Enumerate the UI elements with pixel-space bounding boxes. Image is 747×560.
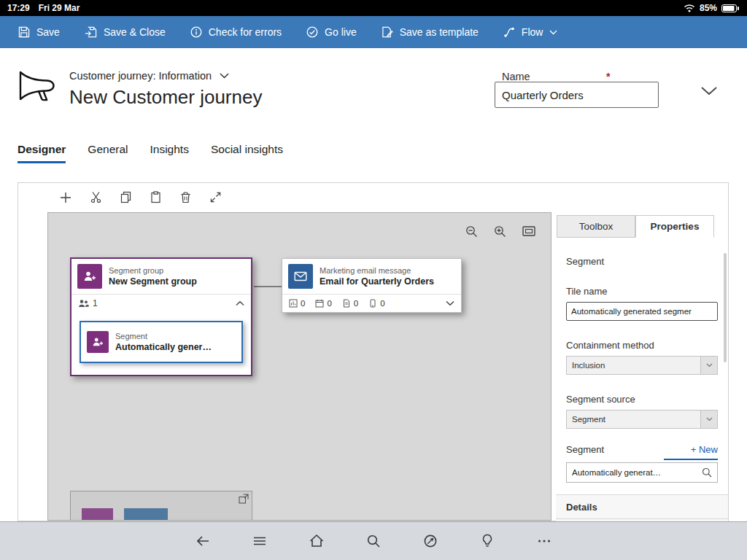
check-for-errors-button[interactable]: Check for errors	[178, 16, 294, 48]
flow-label: Flow	[522, 26, 543, 38]
tile-title: Automatically gener…	[115, 342, 212, 352]
cut-icon[interactable]	[90, 191, 102, 204]
form-tabs: Designer General Insights Social insight…	[18, 143, 283, 163]
designer-surface: Segment group New Segment group 1	[18, 182, 729, 521]
containment-method-dropdown[interactable]: Inclusion	[566, 356, 718, 375]
record-header: Customer journey: Information New Custom…	[0, 48, 747, 134]
record-type-selector[interactable]: Customer journey: Information	[69, 70, 229, 82]
segment-group-footer: 1	[71, 294, 251, 312]
segment-lookup-field[interactable]	[566, 462, 718, 483]
copy-icon[interactable]	[120, 191, 132, 204]
tab-insights[interactable]: Insights	[150, 143, 189, 163]
save-and-close-button[interactable]: Save & Close	[72, 16, 178, 48]
counter-device: 0	[368, 299, 384, 308]
chevron-down-icon	[549, 30, 557, 35]
segment-icon	[87, 331, 109, 353]
segment-group-texts: Segment group New Segment group	[109, 266, 197, 287]
segment-field-row: Segment + New	[566, 444, 718, 455]
go-live-label: Go live	[325, 26, 357, 38]
tab-properties[interactable]: Properties	[635, 215, 714, 238]
tab-toolbox[interactable]: Toolbox	[557, 215, 635, 238]
segment-group-tile-header: Segment group New Segment group	[71, 259, 251, 294]
tab-general[interactable]: General	[88, 143, 128, 163]
status-left: 17:29 Fri 29 Mar	[7, 3, 80, 13]
minimap[interactable]	[70, 491, 252, 521]
add-tile-icon[interactable]	[59, 191, 72, 204]
email-tile-texts: Marketing email message Email for Quarte…	[320, 266, 434, 287]
ipad-nav-bar	[0, 521, 747, 560]
counter-page: 0	[342, 299, 358, 308]
segment-tile[interactable]: Segment Automatically gener…	[80, 321, 243, 363]
segment-source-label: Segment source	[566, 394, 718, 405]
lightbulb-icon[interactable]	[479, 533, 495, 549]
zoom-controls	[465, 225, 536, 238]
flow-menu-button[interactable]: Flow	[491, 16, 570, 48]
minimap-email-rect	[124, 508, 168, 521]
segment-tile-texts: Segment Automatically gener…	[115, 332, 212, 352]
segment-tile-header: Segment Automatically gener…	[81, 322, 241, 362]
counter-value: 0	[380, 299, 384, 308]
save-and-close-label: Save & Close	[104, 26, 166, 38]
save-template-icon	[382, 26, 393, 38]
collapse-group-chevron-up-icon[interactable]	[236, 300, 244, 306]
properties-section-title: Segment	[566, 256, 718, 267]
new-link-underline	[664, 459, 718, 460]
wifi-icon	[684, 4, 695, 12]
people-icon	[78, 299, 89, 308]
paste-icon[interactable]	[150, 191, 162, 204]
delete-icon[interactable]	[179, 191, 192, 204]
segment-group-tile[interactable]: Segment group New Segment group 1	[70, 257, 252, 376]
containment-method-value: Inclusion	[567, 357, 700, 374]
counter-stats: 0	[289, 299, 305, 308]
segment-source-value: Segment	[567, 411, 700, 428]
connector-line	[254, 286, 282, 287]
name-field-label: Name	[502, 71, 530, 82]
go-live-button[interactable]: Go live	[294, 16, 369, 48]
status-right: 85%	[684, 3, 740, 13]
tab-designer[interactable]: Designer	[18, 143, 66, 163]
email-tile-header: Marketing email message Email for Quarte…	[282, 259, 461, 294]
save-close-icon	[85, 26, 97, 38]
dropdown-chevron-icon	[700, 357, 717, 374]
expand-tile-chevron-down-icon[interactable]	[446, 300, 454, 306]
search-icon[interactable]	[702, 467, 712, 478]
details-title: Details	[566, 495, 718, 518]
megaphone-icon	[15, 69, 60, 104]
back-arrow-icon[interactable]	[195, 533, 211, 549]
page-title: New Customer journey	[69, 86, 262, 109]
record-type-label: Customer journey: Information	[69, 70, 212, 82]
segment-source-dropdown[interactable]: Segment	[566, 410, 718, 429]
save-label: Save	[36, 26, 60, 38]
compass-icon[interactable]	[422, 533, 438, 549]
save-as-template-button[interactable]: Save as template	[369, 16, 491, 48]
segment-lookup-input[interactable]	[572, 468, 698, 477]
zoom-in-icon[interactable]	[494, 225, 506, 238]
more-ellipsis-icon[interactable]	[536, 533, 552, 549]
segment-group-children: Segment Automatically gener…	[71, 312, 251, 375]
search-icon[interactable]	[365, 533, 382, 549]
zoom-out-icon[interactable]	[465, 225, 478, 238]
save-icon	[18, 26, 30, 38]
menu-icon[interactable]	[252, 533, 268, 549]
tile-name-input[interactable]	[566, 302, 718, 321]
fit-to-screen-icon[interactable]	[522, 225, 536, 238]
minimap-segment-rect	[82, 508, 113, 521]
status-time: 17:29	[7, 3, 30, 13]
containment-method-label: Containment method	[566, 340, 718, 351]
journey-canvas[interactable]: Segment group New Segment group 1	[47, 212, 551, 521]
tile-name-label: Tile name	[566, 286, 718, 297]
home-icon[interactable]	[309, 533, 325, 549]
email-tile[interactable]: Marketing email message Email for Quarte…	[282, 258, 462, 313]
minimap-popout-icon[interactable]	[239, 494, 249, 504]
check-circle-icon	[306, 26, 318, 38]
chevron-down-icon	[220, 73, 229, 79]
counter-value: 0	[301, 299, 305, 308]
save-as-template-label: Save as template	[400, 26, 479, 38]
header-collapse-chevron-icon[interactable]	[700, 86, 718, 96]
save-button[interactable]: Save	[6, 16, 72, 48]
tab-social-insights[interactable]: Social insights	[211, 143, 283, 163]
expand-icon[interactable]	[209, 191, 222, 204]
status-date: Fri 29 Mar	[39, 3, 80, 13]
name-input[interactable]	[495, 82, 659, 108]
new-segment-link[interactable]: + New	[691, 444, 718, 455]
